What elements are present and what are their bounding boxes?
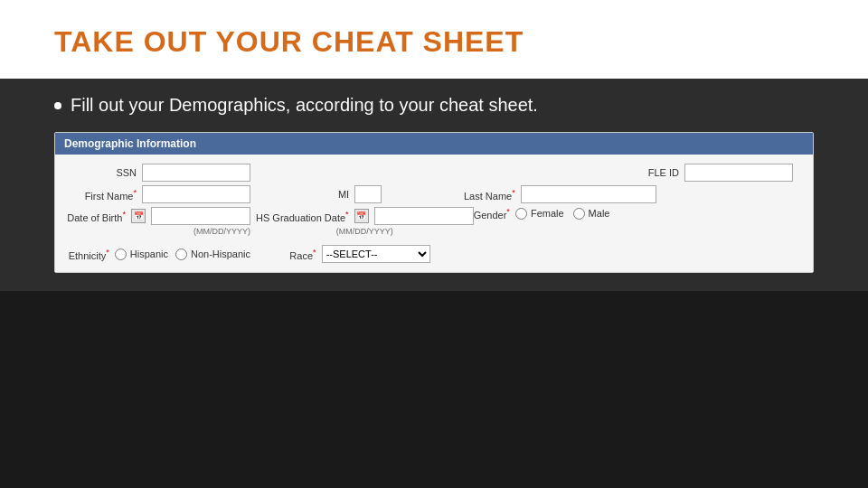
first-name-label: First Name* (85, 188, 137, 202)
dob-label: Date of Birth* (67, 210, 126, 223)
hs-grad-input[interactable] (374, 207, 474, 225)
ethnicity-label: Ethnicity* (69, 248, 109, 261)
form-header: Demographic Information (55, 133, 813, 155)
race-label: Race* (289, 248, 316, 261)
ethnicity-radio-group: Hispanic Non-Hispanic (115, 249, 250, 260)
ethnicity-row: Ethnicity* Hispanic Non-Hispanic Race* -… (66, 245, 802, 263)
fle-id-label: FLE ID (648, 167, 679, 178)
gender-label: Gender* (474, 207, 510, 221)
dob-calendar-icon[interactable]: 📅 (131, 209, 146, 223)
ethnicity-non-hispanic-label: Non-Hispanic (191, 249, 250, 259)
bullet-text: Fill out your Demographics, according to… (54, 95, 814, 116)
ssn-label: SSN (116, 167, 137, 178)
mi-label: MI (338, 189, 349, 200)
ssn-input[interactable] (142, 164, 250, 182)
form-body: SSN FLE ID First Name* MI (55, 155, 813, 272)
gender-male-radio[interactable] (573, 208, 585, 220)
top-section: TAKE OUT YOUR CHEAT SHEET (0, 0, 868, 79)
bullet-dot-icon (54, 102, 61, 109)
ssn-row: SSN FLE ID (66, 164, 802, 182)
demographic-form: Demographic Information SSN FLE ID Firs (54, 132, 814, 273)
ssn-right: FLE ID (464, 164, 802, 182)
dob-row: Date of Birth* 📅 (MM/DD/YYYY) HS Graduat… (66, 207, 802, 241)
gender-male-label: Male (589, 208, 610, 219)
ethnicity-hispanic-radio[interactable] (115, 249, 127, 260)
ethnicity-non-hispanic-radio[interactable] (175, 249, 187, 260)
ssn-left: SSN (66, 164, 256, 182)
dob-input[interactable] (151, 207, 250, 225)
ethnicity-hispanic-label: Hispanic (130, 249, 168, 259)
bullet-content: Fill out your Demographics, according to… (71, 95, 538, 116)
name-row: First Name* MI Last Name* (66, 185, 802, 203)
last-name-input[interactable] (521, 185, 656, 203)
hs-grad-calendar-icon[interactable]: 📅 (354, 209, 369, 223)
hs-grad-format: (MM/DD/YYYY) (336, 227, 393, 236)
mi-input[interactable] (354, 185, 382, 203)
first-name-input[interactable] (142, 185, 250, 203)
gender-female-label: Female (531, 208, 564, 219)
page-title: TAKE OUT YOUR CHEAT SHEET (54, 25, 814, 59)
hs-grad-label: HS Graduation Date* (256, 210, 349, 223)
race-select[interactable]: --SELECT-- (322, 245, 430, 263)
fle-id-input[interactable] (684, 164, 793, 182)
gender-female-radio[interactable] (515, 208, 527, 220)
gender-radio-group: Female Male (515, 208, 610, 220)
dob-format: (MM/DD/YYYY) (193, 227, 250, 236)
last-name-label: Last Name* (464, 188, 515, 202)
bottom-section: Fill out your Demographics, according to… (0, 79, 868, 291)
